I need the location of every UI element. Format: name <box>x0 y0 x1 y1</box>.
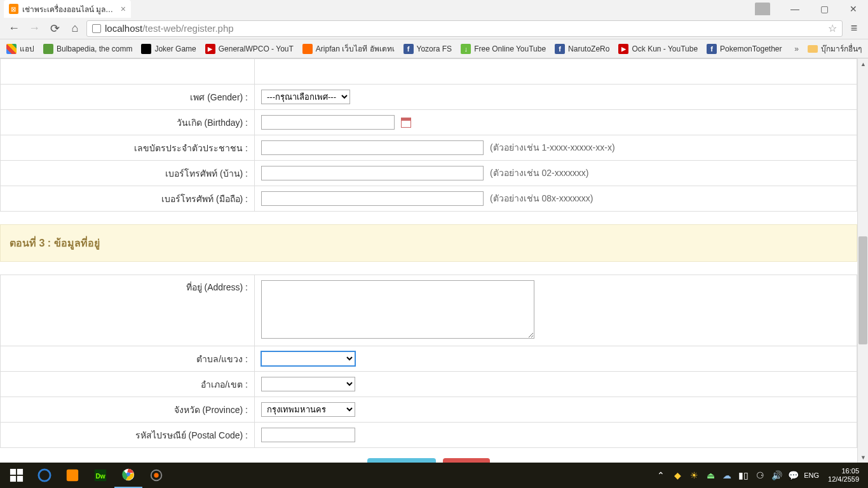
bookmark-aripfan[interactable]: Aripfan เว็บไอที อัพเดทเ <box>302 43 395 55</box>
url-text: localhost/test-web/register.php <box>105 23 234 34</box>
svg-rect-2 <box>10 476 16 482</box>
form-table-address: ที่อยู่ (Address) : ตำบล/แขวง : อำเภอ/เข… <box>0 274 857 448</box>
folder-icon <box>808 45 818 53</box>
home-button[interactable]: ⌂ <box>66 20 84 37</box>
tray-up-icon[interactable]: ⌃ <box>655 470 667 481</box>
bookmarks-overflow-icon[interactable]: » <box>794 44 799 53</box>
gender-select[interactable]: ---กรุณาเลือกเพศ--- <box>261 90 350 104</box>
bookmark-joker[interactable]: Joker Game <box>141 44 196 54</box>
tray-cloud-icon[interactable]: ☁ <box>721 470 733 481</box>
taskbar-app[interactable] <box>142 463 170 488</box>
bookmark-star-icon[interactable]: ☆ <box>828 22 837 34</box>
tray-weather-icon[interactable]: ☀ <box>688 470 700 481</box>
aripfan-icon <box>302 44 313 54</box>
tray-battery-icon[interactable]: ▮▯ <box>738 470 749 481</box>
row-address: ที่อยู่ (Address) : <box>1 275 857 346</box>
cancel-button[interactable]: ยกเลิก <box>443 458 490 463</box>
row-idcard: เลขบัตรประจำตัวประชาชน : (ตัวอย่างเช่น 1… <box>1 135 857 161</box>
svg-rect-5 <box>67 470 78 481</box>
tray-language[interactable]: ENG <box>804 470 819 481</box>
idcard-label: เลขบัตรประจำตัวประชาชน : <box>1 135 255 161</box>
tray-notification-icon[interactable]: 💬 <box>787 470 799 481</box>
taskbar-edge[interactable] <box>31 463 58 488</box>
birthday-label: วันเกิด (Birthday) : <box>1 110 255 135</box>
maximize-button[interactable]: ▢ <box>810 0 839 18</box>
bookmark-label: Joker Game <box>154 44 196 53</box>
phone-home-hint: (ตัวอย่างเช่น 02-xxxxxxx) <box>490 168 588 178</box>
row-subdistrict: ตำบล/แขวง : <box>1 346 857 372</box>
section3-header: ตอนที่ 3 : ข้อมูลที่อยู่ <box>0 224 857 262</box>
phone-mobile-input[interactable] <box>261 191 484 206</box>
svg-point-11 <box>154 473 158 477</box>
postal-label: รหัสไปรษณีย์ (Postal Code) : <box>1 423 255 448</box>
calendar-icon[interactable] <box>401 118 411 128</box>
close-window-button[interactable]: ✕ <box>839 0 868 18</box>
bookmark-label: Aripfan เว็บไอที อัพเดทเ <box>316 43 395 55</box>
province-select[interactable]: กรุงเทพมหานคร <box>261 402 355 417</box>
bookmark-naruto[interactable]: fNarutoZeRo <box>555 44 609 54</box>
tray-volume-icon[interactable]: 🔊 <box>771 470 782 481</box>
clock-date: 12/4/2559 <box>828 475 859 484</box>
row-phone-home: เบอร์โทรศัพท์ (บ้าน) : (ตัวอย่างเช่น 02-… <box>1 161 857 186</box>
svg-point-4 <box>39 470 50 481</box>
clock-time: 16:05 <box>828 467 859 475</box>
tab-title: เช่าพระเครื่องออนไลน์ มูลนิธิสิริ <box>22 3 114 15</box>
minimize-button[interactable]: — <box>780 0 810 18</box>
system-tray: ⌃ ◆ ☀ ⏏ ☁ ▮▯ ⚆ 🔊 💬 ENG 16:05 12/4/2559 <box>655 467 865 484</box>
row-partial-top <box>1 59 857 85</box>
close-tab-icon[interactable]: × <box>121 4 126 14</box>
phone-mobile-hint: (ตัวอย่างเช่น 08x-xxxxxxx) <box>490 193 593 203</box>
address-label: ที่อยู่ (Address) : <box>1 275 255 346</box>
province-label: จังหวัด (Province) : <box>1 397 255 423</box>
row-phone-mobile: เบอร์โทรศัพท์ (มือถือ) : (ตัวอย่างเช่น 0… <box>1 186 857 212</box>
submit-button[interactable]: บันทึกข้อมูล <box>367 458 436 463</box>
postal-input[interactable] <box>261 428 355 442</box>
phone-home-label: เบอร์โทรศัพท์ (บ้าน) : <box>1 161 255 186</box>
form-table-personal: เพศ (Gender) : ---กรุณาเลือกเพศ--- วันเก… <box>0 58 857 212</box>
birthday-input[interactable] <box>261 115 395 130</box>
chrome-menu-icon[interactable]: ≡ <box>845 20 863 37</box>
scroll-thumb[interactable] <box>858 236 867 344</box>
subdistrict-select[interactable] <box>261 351 355 366</box>
bookmark-label: Bulbapedia, the comm <box>57 44 132 53</box>
idcard-input[interactable] <box>261 140 484 155</box>
svg-rect-1 <box>17 469 23 475</box>
bookmark-label: GeneralWPCO - YouT <box>219 44 294 53</box>
bookmark-poketogether[interactable]: fPokemonTogether <box>707 44 782 54</box>
taskbar-dreamweaver[interactable]: Dw <box>86 463 114 488</box>
bookmark-label: บุ๊กมาร์กอื่นๆ <box>821 43 862 55</box>
back-button[interactable]: ← <box>5 20 23 37</box>
bookmark-ockkun[interactable]: ▶Ock Kun - YouTube <box>618 44 698 54</box>
phone-home-input[interactable] <box>261 166 484 180</box>
start-button[interactable] <box>3 463 31 488</box>
bookmark-apps[interactable]: แอป <box>6 43 34 55</box>
form-actions: บันทึกข้อมูล ยกเลิก <box>0 448 857 463</box>
tray-clock[interactable]: 16:05 12/4/2559 <box>824 467 863 484</box>
bookmark-general[interactable]: ▶GeneralWPCO - YouT <box>205 44 294 54</box>
taskbar-chrome[interactable] <box>114 463 142 488</box>
address-bar[interactable]: localhost/test-web/register.php ☆ <box>86 20 843 37</box>
scroll-down-icon[interactable]: ▼ <box>858 452 868 463</box>
forward-button[interactable]: → <box>25 20 43 37</box>
joker-icon <box>141 44 151 54</box>
bulbapedia-icon <box>43 44 53 54</box>
tray-wifi-icon[interactable]: ⚆ <box>754 470 766 481</box>
bookmark-yozora[interactable]: fYozora FS <box>403 44 452 54</box>
taskbar-xampp[interactable] <box>58 463 86 488</box>
reload-button[interactable]: ⟳ <box>46 20 64 37</box>
site-info-icon[interactable] <box>92 24 101 33</box>
bookmark-bulbapedia[interactable]: Bulbapedia, the comm <box>43 44 132 54</box>
tray-safe-remove-icon[interactable]: ⏏ <box>705 470 716 481</box>
address-textarea[interactable] <box>261 280 534 339</box>
bookmark-freeyt[interactable]: ↓Free Online YouTube <box>461 44 546 54</box>
district-select[interactable] <box>261 377 355 391</box>
bookmarks-bar: แอป Bulbapedia, the comm Joker Game ▶Gen… <box>0 39 868 58</box>
bookmark-label: Yozora FS <box>417 44 452 53</box>
tray-shield-icon[interactable]: ◆ <box>672 470 683 481</box>
bookmark-other-folder[interactable]: บุ๊กมาร์กอื่นๆ <box>808 43 862 55</box>
scroll-up-icon[interactable]: ▲ <box>858 58 868 69</box>
browser-tab[interactable]: ⊠ เช่าพระเครื่องออนไลน์ มูลนิธิสิริ × <box>4 0 131 18</box>
chrome-user-icon[interactable] <box>755 3 770 15</box>
window-controls: — ▢ ✕ <box>755 0 868 18</box>
scrollbar[interactable]: ▲ ▼ <box>857 58 868 463</box>
